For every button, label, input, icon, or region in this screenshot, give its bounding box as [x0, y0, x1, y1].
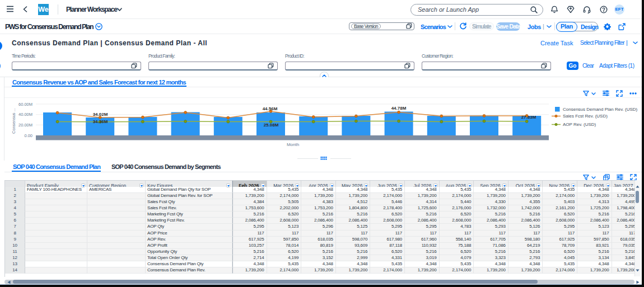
svg-text:34.36M: 34.36M [93, 119, 108, 124]
svg-text:25.08M: 25.08M [264, 123, 279, 128]
svg-text:60.00M: 60.00M [18, 102, 32, 107]
svg-text:44.78M: 44.78M [391, 106, 407, 111]
svg-text:AOP Rev. (USD): AOP Rev. (USD) [563, 122, 596, 127]
svg-text:34.02M: 34.02M [93, 112, 108, 117]
svg-text:Consensus Demand Plan Rev. (US: Consensus Demand Plan Rev. (USD) [563, 107, 638, 112]
svg-text:40.00M: 40.00M [18, 112, 32, 117]
svg-text:Consensus ...: Consensus ... [11, 108, 16, 134]
svg-text:27.83M: 27.83M [521, 115, 536, 120]
svg-text:Sales Fcst Rev. (USD): Sales Fcst Rev. (USD) [563, 114, 608, 119]
svg-text:44.56M: 44.56M [263, 106, 278, 111]
svg-text:20.00M: 20.00M [18, 123, 32, 128]
svg-text:Month: Month [287, 142, 299, 147]
svg-text:0.00: 0.00 [24, 133, 32, 138]
